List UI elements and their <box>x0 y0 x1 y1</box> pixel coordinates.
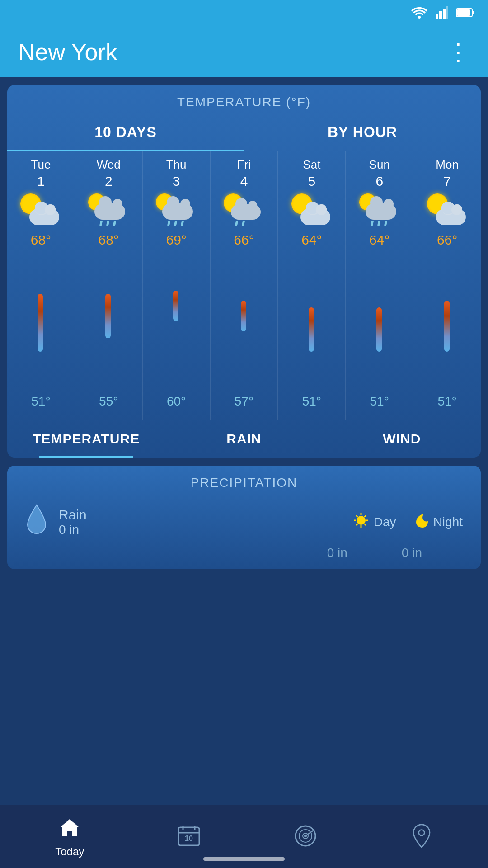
svg-line-16 <box>356 524 358 526</box>
battery-icon <box>456 6 474 21</box>
metric-tab-rain[interactable]: RAIN <box>165 431 323 447</box>
metric-tab-temperature[interactable]: TEMPERATURE <box>7 431 165 447</box>
nav-radar[interactable] <box>293 824 318 850</box>
weather-icon <box>88 193 129 226</box>
day-column: Mon7 66°51° <box>413 151 481 420</box>
precipitation-label: PRECIPITATION <box>7 466 481 498</box>
weather-icon <box>427 193 468 226</box>
svg-point-0 <box>418 16 421 19</box>
day-night-amounts: Day Night <box>353 512 463 532</box>
weather-icon <box>359 193 400 226</box>
nav-today[interactable]: Today <box>55 816 84 858</box>
sun-small-icon <box>353 512 369 532</box>
day-column: Tue1 68°51° <box>7 151 75 420</box>
weather-icon <box>224 193 264 226</box>
day-column: Wed2 68°55° <box>75 151 143 420</box>
svg-rect-7 <box>472 11 474 14</box>
view-tabs: 10 DAYS BY HOUR <box>7 114 481 151</box>
svg-line-13 <box>356 515 358 517</box>
day-precip-amount: 0 in <box>327 546 347 560</box>
weather-icon <box>291 193 332 226</box>
today-label: Today <box>55 845 84 858</box>
rain-drop-icon <box>25 503 48 541</box>
wifi-icon <box>411 6 427 22</box>
metric-tabs: TEMPERATURE RAIN WIND <box>7 420 481 458</box>
temperature-card: TEMPERATURE (°F) 10 DAYS BY HOUR Tue1 68… <box>7 85 481 458</box>
rain-label: Rain <box>59 507 342 523</box>
svg-point-27 <box>418 830 424 835</box>
temperature-label: TEMPERATURE (°F) <box>7 85 481 114</box>
city-title: New York <box>18 38 117 66</box>
svg-line-14 <box>364 524 366 526</box>
location-icon <box>410 824 433 850</box>
night-amount: Night <box>414 512 463 532</box>
precipitation-card: PRECIPITATION Rain 0 in <box>7 466 481 569</box>
night-label: Night <box>433 515 463 529</box>
svg-rect-3 <box>443 9 446 19</box>
day-column: Fri4 66°57° <box>211 151 278 420</box>
day-amount: Day <box>353 512 396 532</box>
calendar-icon: 10 <box>177 824 201 850</box>
nav-location[interactable] <box>410 824 433 850</box>
metric-tab-wind[interactable]: WIND <box>323 431 481 447</box>
moon-icon <box>414 512 429 532</box>
days-grid: Tue1 68°51°Wed2 68°55°Thu3 <box>7 151 481 420</box>
menu-button[interactable]: ⋮ <box>446 38 470 66</box>
day-column: Sun6 64°51° <box>346 151 413 420</box>
day-column: Thu3 69°60° <box>143 151 211 420</box>
tab-byhour[interactable]: BY HOUR <box>244 114 481 151</box>
precipitation-row: Rain 0 in <box>7 498 481 546</box>
day-label: Day <box>374 515 396 529</box>
rain-total-amount: 0 in <box>59 523 342 537</box>
svg-line-15 <box>364 515 366 517</box>
weather-icon <box>156 193 197 226</box>
weather-icon <box>20 193 61 226</box>
tab-10days[interactable]: 10 DAYS <box>7 114 244 151</box>
nav-calendar[interactable]: 10 <box>177 824 201 850</box>
svg-rect-1 <box>436 14 438 19</box>
day-column: Sat5 64°51° <box>278 151 346 420</box>
night-precip-amount: 0 in <box>402 546 422 560</box>
top-bar: New York ⋮ <box>0 27 488 77</box>
svg-rect-4 <box>446 6 448 19</box>
svg-rect-6 <box>457 9 470 16</box>
home-icon <box>57 816 82 842</box>
svg-point-8 <box>357 516 366 525</box>
signal-icon <box>436 6 448 22</box>
gesture-bar <box>203 857 285 861</box>
svg-text:10: 10 <box>185 835 193 842</box>
status-bar <box>0 0 488 27</box>
radar-icon <box>293 824 318 850</box>
svg-rect-2 <box>439 11 442 19</box>
